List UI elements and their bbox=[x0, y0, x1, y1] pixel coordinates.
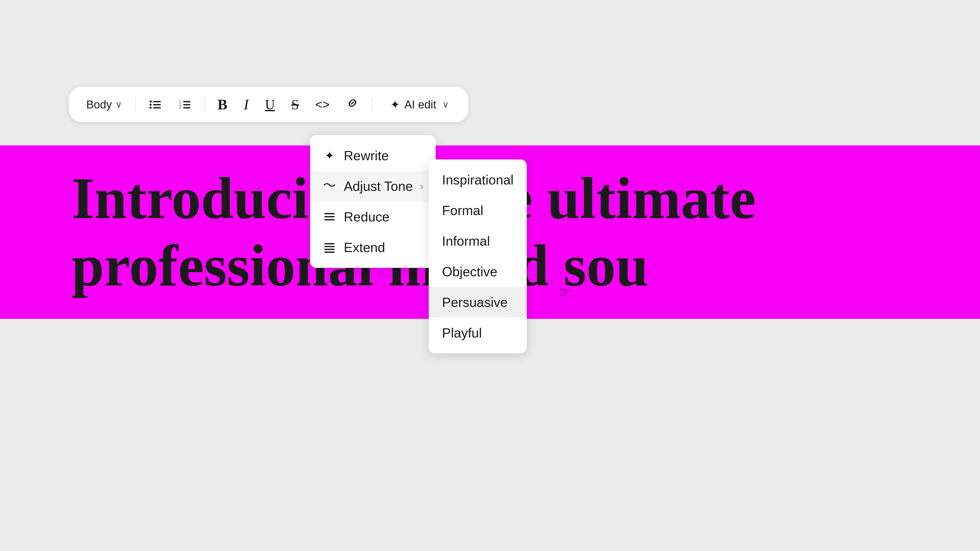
svg-rect-17 bbox=[325, 249, 334, 250]
adjust-tone-menu-item[interactable]: Adjust Tone › bbox=[310, 171, 436, 202]
svg-rect-2 bbox=[153, 107, 161, 108]
svg-rect-1 bbox=[153, 104, 161, 105]
tone-formal[interactable]: Formal bbox=[429, 195, 527, 226]
svg-rect-16 bbox=[325, 246, 334, 247]
strikethrough-button[interactable]: S bbox=[288, 95, 302, 114]
persuasive-label: Persuasive bbox=[442, 295, 508, 310]
underline-button[interactable]: U bbox=[261, 95, 278, 114]
svg-rect-13 bbox=[325, 216, 334, 218]
underline-icon: U bbox=[265, 97, 275, 113]
strikethrough-icon: S bbox=[291, 97, 299, 113]
svg-rect-12 bbox=[325, 213, 334, 214]
ai-edit-dropdown: ✦ Rewrite Adjust Tone › Reduce bbox=[310, 135, 436, 268]
bold-button[interactable]: B bbox=[214, 94, 231, 115]
svg-rect-0 bbox=[153, 101, 161, 102]
svg-point-4 bbox=[150, 103, 151, 106]
link-icon bbox=[346, 97, 359, 113]
toolbar-divider-1 bbox=[135, 97, 136, 112]
extend-label: Extend bbox=[344, 240, 385, 255]
extend-menu-item[interactable]: Extend bbox=[310, 232, 436, 263]
svg-rect-6 bbox=[183, 101, 190, 102]
svg-rect-14 bbox=[325, 219, 334, 221]
rewrite-icon: ✦ bbox=[322, 149, 337, 162]
toolbar-divider-2 bbox=[204, 97, 205, 112]
inspirational-label: Inspirational bbox=[442, 172, 514, 187]
ai-edit-label: AI edit bbox=[404, 98, 436, 111]
tone-informal[interactable]: Informal bbox=[429, 226, 527, 256]
code-button[interactable]: <> bbox=[312, 95, 333, 114]
code-icon: <> bbox=[315, 97, 329, 111]
formal-label: Formal bbox=[442, 203, 484, 218]
ai-chevron-icon: ∨ bbox=[442, 99, 449, 110]
objective-label: Objective bbox=[442, 264, 497, 279]
tone-inspirational[interactable]: Inspirational bbox=[429, 165, 527, 195]
italic-icon: I bbox=[244, 96, 248, 113]
toolbar-divider-3 bbox=[372, 97, 372, 112]
svg-point-5 bbox=[150, 106, 151, 109]
rewrite-label: Rewrite bbox=[344, 148, 389, 163]
adjust-tone-arrow-icon: › bbox=[420, 181, 423, 192]
body-style-button[interactable]: Body ∨ bbox=[82, 96, 126, 113]
tone-playful[interactable]: Playful bbox=[429, 318, 527, 348]
tone-objective[interactable]: Objective bbox=[429, 256, 527, 287]
reduce-menu-item[interactable]: Reduce bbox=[310, 202, 436, 232]
reduce-icon bbox=[322, 210, 337, 223]
body-chevron-icon: ∨ bbox=[115, 99, 122, 110]
svg-rect-8 bbox=[183, 107, 190, 108]
svg-rect-18 bbox=[325, 251, 334, 253]
unordered-list-button[interactable] bbox=[145, 96, 165, 113]
link-button[interactable] bbox=[342, 94, 363, 114]
body-label: Body bbox=[86, 98, 112, 111]
tone-persuasive[interactable]: Persuasive bbox=[429, 287, 527, 318]
reduce-label: Reduce bbox=[344, 209, 390, 224]
rewrite-menu-item[interactable]: ✦ Rewrite bbox=[310, 140, 436, 171]
sparkle-icon: ✦ bbox=[390, 98, 400, 111]
svg-rect-7 bbox=[183, 104, 190, 105]
playful-label: Playful bbox=[442, 326, 482, 340]
extend-icon bbox=[322, 241, 337, 254]
svg-text:3: 3 bbox=[179, 106, 181, 110]
svg-point-3 bbox=[150, 100, 151, 103]
italic-button[interactable]: I bbox=[240, 94, 252, 115]
ordered-list-button[interactable]: 1 2 3 bbox=[175, 96, 195, 113]
adjust-tone-icon bbox=[322, 180, 337, 192]
svg-rect-15 bbox=[325, 243, 334, 245]
informal-label: Informal bbox=[442, 233, 490, 248]
adjust-tone-label: Adjust Tone bbox=[344, 179, 413, 194]
ai-edit-button[interactable]: ✦ AI edit ∨ bbox=[384, 95, 455, 114]
tone-submenu: Inspirational Formal Informal Objective … bbox=[429, 159, 527, 353]
bold-icon: B bbox=[218, 96, 228, 113]
formatting-toolbar: Body ∨ 1 2 3 B I U bbox=[69, 87, 468, 122]
